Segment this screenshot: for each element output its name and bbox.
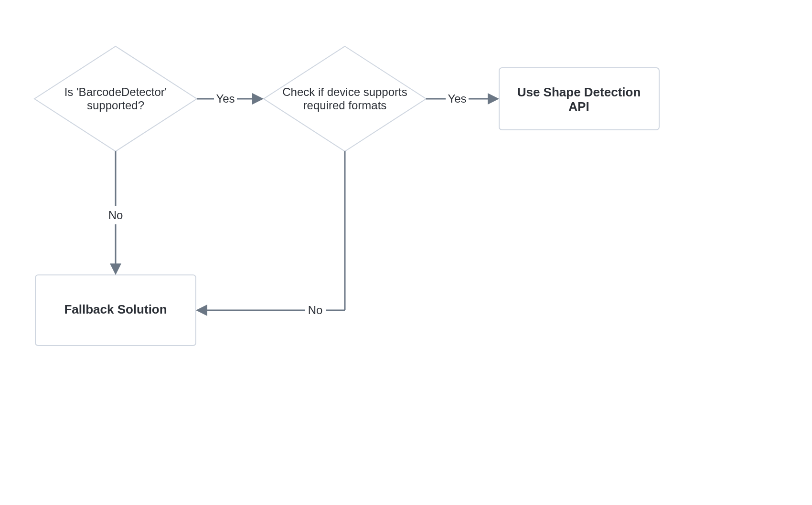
result-fallback-solution: Fallback Solution xyxy=(35,275,196,346)
result-use-shape-detection-api: Use Shape Detection API xyxy=(499,68,659,130)
edge-d1-yes-label: Yes xyxy=(216,92,235,105)
result2-line1: Fallback Solution xyxy=(64,302,167,316)
edge-d2-yes: Yes xyxy=(426,91,496,107)
result1-line1: Use Shape Detection xyxy=(517,85,641,99)
result1-line2: API xyxy=(568,99,589,114)
flowchart-diagram: Is 'BarcodeDetector' supported? Check if… xyxy=(0,0,812,505)
decision-device-supports-formats: Check if device supports required format… xyxy=(264,46,426,151)
edge-d2-no: No xyxy=(199,151,345,318)
edge-d2-no-label: No xyxy=(308,304,323,316)
decision1-line2: supported? xyxy=(87,99,144,112)
decision2-line2: required formats xyxy=(303,99,387,112)
decision2-line1: Check if device supports xyxy=(282,85,407,98)
edge-d2-yes-label: Yes xyxy=(448,92,466,105)
edge-d1-yes: Yes xyxy=(197,91,261,107)
edge-d1-no-label: No xyxy=(108,209,123,221)
decision1-line1: Is 'BarcodeDetector' xyxy=(64,85,167,98)
edge-d1-no: No xyxy=(106,151,125,272)
decision-barcodedetector-supported: Is 'BarcodeDetector' supported? xyxy=(34,46,197,151)
